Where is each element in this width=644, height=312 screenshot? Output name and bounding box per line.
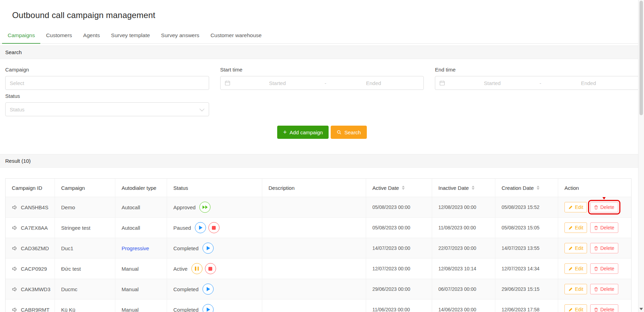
fast-forward-green-icon[interactable] (199, 202, 210, 213)
autodialer-type-cell: Autocall (115, 218, 167, 238)
status-cell: Completed (167, 238, 262, 259)
status-icons (195, 222, 220, 233)
delete-button[interactable]: Delete (590, 222, 618, 233)
tab-campaigns[interactable]: Campaigns (2, 28, 40, 44)
calendar-icon (225, 80, 230, 86)
delete-button[interactable]: Delete (590, 304, 618, 312)
delete-button[interactable]: Delete (590, 243, 618, 253)
end-time-label: End time (435, 67, 639, 73)
campaign-id-cell: CAN5HB4S (6, 197, 55, 218)
scrollbar[interactable] (638, 0, 644, 312)
action-cell: Edit Delete (558, 259, 631, 279)
active-date-cell: 29/06/2023 00:00 (366, 279, 432, 300)
stop-red-icon[interactable] (208, 222, 220, 233)
delete-button[interactable]: Delete (590, 284, 618, 294)
play-blue-icon[interactable] (195, 222, 206, 233)
table-row: CAK3MWD3 Ducmc Manual Completed 29/06/20… (6, 279, 631, 300)
column-header-status: Status (167, 179, 262, 197)
trash-icon (594, 205, 598, 210)
play-blue-icon[interactable] (203, 284, 214, 295)
campaign-id: CAN5HB4S (21, 204, 48, 210)
action-cell: Edit Delete (558, 238, 631, 259)
megaphone-icon (12, 204, 18, 210)
search-section-header: Search (0, 45, 644, 59)
campaign-id-cell: CABR9RMT (6, 300, 55, 312)
pencil-icon (568, 226, 573, 230)
stop-red-icon[interactable] (205, 263, 216, 274)
tab-survey-answers[interactable]: Survey answers (156, 28, 205, 44)
sort-icon[interactable] (472, 186, 474, 190)
delete-button-label: Delete (600, 286, 614, 292)
column-header-inactive-date[interactable]: Inactive Date (432, 179, 495, 197)
status-icons (191, 263, 216, 274)
delete-button-label: Delete (600, 204, 614, 210)
active-date-cell: 12/07/2023 00:00 (366, 259, 432, 279)
sort-icon[interactable] (402, 186, 405, 190)
status-icons (199, 202, 210, 213)
column-header-creation-date[interactable]: Creation Date (495, 179, 558, 197)
inactive-date-cell: 14/06/2023 00:00 (432, 300, 495, 312)
delete-button[interactable]: Delete (590, 263, 618, 274)
description-cell (262, 197, 366, 218)
range-separator: - (325, 80, 327, 86)
column-header-description: Description (262, 179, 366, 197)
delete-button[interactable]: Delete (590, 202, 618, 212)
trash-icon (594, 246, 598, 251)
edit-button[interactable]: Edit (564, 202, 587, 212)
status-icons (203, 284, 214, 295)
edit-button-label: Edit (575, 225, 583, 230)
start-time-range-picker[interactable]: Started - Ended (220, 76, 424, 90)
edit-button-label: Edit (575, 245, 583, 251)
campaign-select[interactable]: Select (5, 76, 209, 90)
pencil-icon (568, 287, 573, 292)
tab-agents[interactable]: Agents (77, 28, 105, 44)
end-time-range-picker[interactable]: Started - Ended (435, 76, 639, 90)
campaign-id-cell: CAK3MWD3 (6, 279, 55, 300)
add-campaign-button[interactable]: + Add campaign (277, 126, 329, 139)
campaign-select-placeholder: Select (10, 80, 24, 86)
table-row: CA7EX8AA Stringee test Autocall Paused 0… (6, 218, 631, 238)
description-cell (262, 279, 366, 300)
page: Outbound call campaign management Campai… (0, 0, 644, 312)
chevron-down-icon (199, 107, 204, 111)
column-header-active-date[interactable]: Active Date (366, 179, 432, 197)
play-blue-icon[interactable] (203, 243, 214, 254)
edit-button[interactable]: Edit (564, 263, 587, 274)
search-button[interactable]: Search (331, 126, 367, 139)
tab-customer-warehouse[interactable]: Customer warehouse (205, 28, 267, 44)
creation-date-cell: 12/06/2023 17:58 (495, 300, 558, 312)
status-select[interactable]: Status (5, 102, 209, 116)
inactive-date-cell: 12/08/2023 00:00 (432, 197, 495, 218)
edit-button[interactable]: Edit (564, 243, 587, 253)
campaign-label: Campaign (5, 67, 209, 73)
delete-button-label: Delete (600, 245, 614, 251)
tab-survey-template[interactable]: Survey template (106, 28, 156, 44)
start-time-ended-placeholder: Ended (328, 80, 420, 86)
campaign-id: CAD36ZMD (21, 245, 49, 251)
edit-button[interactable]: Edit (564, 304, 587, 312)
action-cell: Edit Delete (558, 279, 631, 300)
start-time-field: Start time Started - Ended (220, 67, 424, 116)
active-date-cell: 11/06/2023 00:00 (366, 300, 432, 312)
edit-button[interactable]: Edit (564, 284, 587, 294)
tab-customers[interactable]: Customers (40, 28, 77, 44)
edit-button[interactable]: Edit (564, 222, 587, 233)
pause-yellow-icon[interactable] (191, 263, 203, 274)
creation-date-cell: 29/06/2023 15:15 (495, 279, 558, 300)
edit-button-label: Edit (575, 204, 583, 210)
table-row: CAD36ZMD Duc1 Progressive Completed 14/0… (6, 238, 631, 259)
column-header-autodialer-type: Autodialer type (115, 179, 167, 197)
campaign-id-cell: CAD36ZMD (6, 238, 55, 259)
tab-bar: Campaigns Customers Agents Survey templa… (0, 28, 644, 44)
edit-button-label: Edit (575, 266, 583, 271)
play-blue-icon[interactable] (203, 304, 214, 312)
status-label: Status (5, 93, 209, 99)
sort-icon[interactable] (537, 186, 539, 190)
column-header-campaign: Campaign (55, 179, 115, 197)
delete-button-label: Delete (600, 307, 614, 312)
pencil-icon (568, 307, 573, 312)
scrollbar-thumb[interactable] (639, 1, 643, 115)
delete-button-label: Delete (600, 225, 614, 230)
pencil-icon (568, 246, 573, 251)
scroll-down-arrow[interactable] (638, 308, 644, 310)
